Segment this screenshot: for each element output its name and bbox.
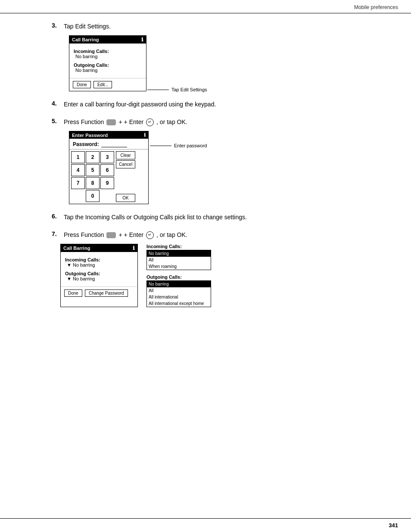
cb-outgoing-value-1: No barring: [75, 68, 142, 73]
cb-outgoing-value-2: ▼ No barring: [67, 276, 133, 281]
dropdown-panel: Incoming Calls: No barring All When roam…: [146, 244, 211, 307]
outgoing-dropdown-label: Outgoing Calls:: [146, 274, 211, 280]
cb-title-text-2: Call Barring: [63, 246, 90, 251]
step-5: 5. Press Function + + Enter ↵ , or tap O…: [52, 118, 377, 204]
cb-edit-btn-1[interactable]: Edit...: [93, 81, 112, 88]
ep-pwd-label: Password:: [73, 141, 99, 147]
keypad-grid: 1 2 3 4 5 6 7 8 9 0: [71, 151, 114, 202]
main-content: 3. Tap Edit Settings. Call Barring ℹ Inc…: [0, 13, 411, 342]
step-6-line: 6. Tap the Incoming Calls or Outgoing Ca…: [52, 213, 377, 222]
incoming-item-1[interactable]: All: [147, 257, 211, 263]
header-title: Mobile preferences: [354, 4, 398, 10]
incoming-item-0[interactable]: No barring: [147, 250, 211, 257]
keypad-actions: Clear Cancel OK: [116, 151, 135, 202]
key-7[interactable]: 7: [71, 177, 85, 189]
call-barring-screenshot-2-area: Call Barring ℹ Incoming Calls: ▼ No barr…: [60, 244, 377, 307]
cb-info-icon-2: ℹ: [133, 245, 135, 251]
incoming-dropdown-list: No barring All When roaming: [146, 250, 211, 270]
key-8[interactable]: 8: [86, 177, 100, 189]
ep-title-text: Enter Password: [72, 133, 108, 138]
step-5-num: 5.: [52, 118, 60, 124]
step-7-plus: +: [118, 230, 122, 240]
key-clear[interactable]: Clear: [116, 151, 135, 159]
enter-password-screenshot: Enter Password ℹ Password: 1 2 3 4 5 6: [69, 131, 377, 204]
call-barring-box-2: Call Barring ℹ Incoming Calls: ▼ No barr…: [60, 244, 138, 307]
outgoing-item-1[interactable]: All: [147, 287, 211, 294]
step-5-press: Press Function: [64, 118, 104, 127]
step-5-text: Press Function + + Enter ↵ , or tap OK.: [64, 118, 187, 127]
outgoing-item-3[interactable]: All international except home: [147, 300, 211, 307]
step-6-num: 6.: [52, 213, 60, 220]
annotation-line-1: [147, 90, 169, 90]
cb-title-bar-2: Call Barring ℹ: [61, 244, 137, 252]
cb-buttons-2: Done Change Password: [61, 286, 137, 299]
step-7-text: Press Function + + Enter ↵ , or tap OK.: [64, 230, 187, 240]
step-5-enter-label: + Enter: [124, 118, 144, 127]
step-6-text: Tap the Incoming Calls or Outgoing Calls…: [64, 213, 247, 222]
incoming-dropdown: Incoming Calls: No barring All When roam…: [146, 244, 211, 270]
cb-change-pwd-btn[interactable]: Change Password: [85, 289, 128, 297]
outgoing-dropdown: Outgoing Calls: No barring All All inter…: [146, 274, 211, 307]
page-header: Mobile preferences: [0, 0, 411, 13]
annotation-enter-pwd: Enter password: [150, 143, 207, 148]
step-3: 3. Tap Edit Settings. Call Barring ℹ Inc…: [52, 22, 377, 91]
cb-incoming-label-2: Incoming Calls:: [65, 257, 133, 262]
key-0[interactable]: 0: [86, 190, 100, 202]
annotation-text-2: Enter password: [174, 143, 207, 148]
annotation-tap-edit: Tap Edit Settings: [147, 87, 207, 92]
key-2[interactable]: 2: [86, 151, 100, 163]
cb-buttons-1: Done Edit...: [69, 78, 146, 91]
step-3-num: 3.: [52, 22, 60, 29]
enter-pwd-box: Enter Password ℹ Password: 1 2 3 4 5 6: [69, 131, 149, 204]
step-5-or: , or tap OK.: [156, 118, 187, 127]
step-6: 6. Tap the Incoming Calls or Outgoing Ca…: [52, 213, 377, 222]
key-ok[interactable]: OK: [116, 194, 135, 202]
cb-incoming-value-2: ▼ No barring: [67, 262, 133, 268]
step-4: 4. Enter a call barring four-digit passw…: [52, 100, 377, 109]
step-7-enter-label: + Enter: [124, 230, 144, 240]
ep-pwd-underline: [101, 147, 127, 147]
key-6[interactable]: 6: [100, 164, 114, 176]
step-4-num: 4.: [52, 100, 60, 107]
step-4-text: Enter a call barring four-digit password…: [64, 100, 216, 109]
cb-done-btn-1[interactable]: Done: [73, 81, 91, 88]
ep-title-bar: Enter Password ℹ: [69, 131, 148, 139]
enter-key-icon-1: ↵: [146, 118, 154, 126]
step-7-line: 7. Press Function + + Enter ↵ , or tap O…: [52, 230, 377, 240]
outgoing-item-2[interactable]: All international: [147, 294, 211, 300]
step-3-text: Tap Edit Settings.: [64, 22, 111, 31]
key-cancel[interactable]: Cancel: [116, 160, 135, 168]
key-empty-2: [100, 190, 114, 202]
step-7: 7. Press Function + + Enter ↵ , or tap O…: [52, 230, 377, 307]
cb-info-icon-1: ℹ: [141, 37, 143, 43]
step-7-press: Press Function: [64, 230, 104, 240]
incoming-item-2[interactable]: When roaming: [147, 263, 211, 270]
key-4[interactable]: 4: [71, 164, 85, 176]
step-4-line: 4. Enter a call barring four-digit passw…: [52, 100, 377, 109]
cb-body-2: Incoming Calls: ▼ No barring Outgoing Ca…: [61, 252, 137, 286]
annotation-text-1: Tap Edit Settings: [171, 87, 207, 92]
key-9[interactable]: 9: [100, 177, 114, 189]
key-5[interactable]: 5: [86, 164, 100, 176]
function-button-icon-1: [106, 119, 116, 125]
cb-incoming-value-1: No barring: [75, 54, 142, 59]
ep-pwd-row: Password:: [69, 139, 148, 149]
key-1[interactable]: 1: [71, 151, 85, 163]
function-button-icon-2: [106, 232, 116, 238]
key-3[interactable]: 3: [100, 151, 114, 163]
step-5-line: 5. Press Function + + Enter ↵ , or tap O…: [52, 118, 377, 127]
cb-outgoing-label-2: Outgoing Calls:: [65, 271, 133, 276]
cb-title-bar-1: Call Barring ℹ: [69, 36, 146, 44]
ep-info-icon: ℹ: [144, 132, 146, 138]
annotation-line-2: [150, 146, 171, 146]
cb-title-text-1: Call Barring: [72, 37, 99, 42]
call-barring-box-1: Call Barring ℹ Incoming Calls: No barrin…: [69, 35, 146, 91]
outgoing-item-0[interactable]: No barring: [147, 281, 211, 287]
cb-incoming-label-1: Incoming Calls:: [74, 49, 142, 54]
key-empty-1: [71, 190, 85, 202]
outgoing-dropdown-list: No barring All All international All int…: [146, 280, 211, 307]
incoming-dropdown-label: Incoming Calls:: [146, 244, 211, 249]
cb-done-btn-2[interactable]: Done: [64, 289, 82, 297]
step-5-plus: +: [118, 118, 122, 127]
cb-outgoing-label-1: Outgoing Calls:: [74, 62, 142, 68]
